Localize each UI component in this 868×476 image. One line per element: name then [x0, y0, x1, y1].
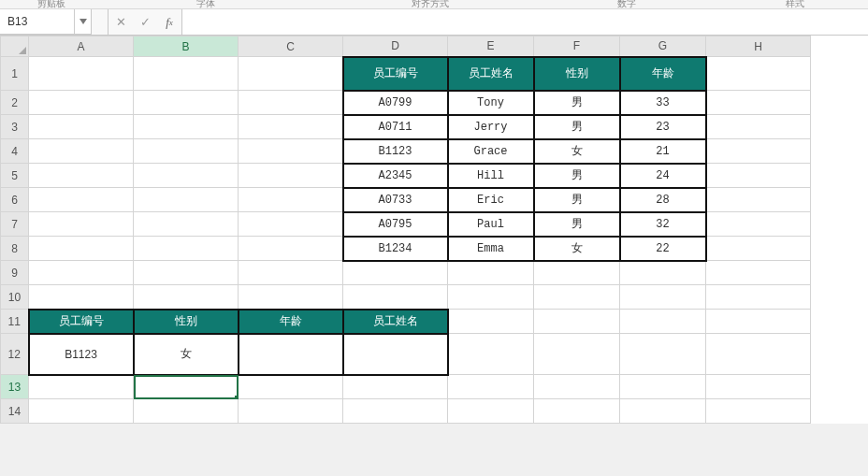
cell-H11[interactable] [706, 310, 811, 334]
cell-C1[interactable] [239, 57, 343, 91]
row-header-8[interactable]: 8 [1, 237, 29, 261]
cell-H12[interactable] [706, 334, 811, 375]
cell-E9[interactable] [448, 261, 534, 285]
cell-G6[interactable]: 28 [620, 188, 706, 212]
cell-D3[interactable]: A0711 [343, 115, 448, 139]
cell-A9[interactable] [29, 261, 134, 285]
cell-G5[interactable]: 24 [620, 164, 706, 188]
cell-B10[interactable] [134, 285, 239, 310]
name-box[interactable]: B13 [0, 9, 75, 35]
cell-G9[interactable] [620, 261, 706, 285]
cell-F11[interactable] [534, 310, 620, 334]
cell-F6[interactable]: 男 [534, 188, 620, 212]
cell-A3[interactable] [29, 115, 134, 139]
cell-E1[interactable]: 员工姓名 [448, 57, 534, 91]
cell-H6[interactable] [706, 188, 811, 212]
cell-H8[interactable] [706, 237, 811, 261]
cell-C12[interactable] [239, 334, 343, 375]
cell-E12[interactable] [448, 334, 534, 375]
cell-B6[interactable] [134, 188, 239, 212]
cell-F8[interactable]: 女 [534, 237, 620, 261]
cell-A12[interactable]: B1123 [29, 334, 134, 375]
cell-F14[interactable] [534, 399, 620, 424]
cell-A4[interactable] [29, 139, 134, 164]
cell-A7[interactable] [29, 212, 134, 237]
cell-D2[interactable]: A0799 [343, 91, 448, 115]
cell-B1[interactable] [134, 57, 239, 91]
row-header-7[interactable]: 7 [1, 212, 29, 237]
cell-G12[interactable] [620, 334, 706, 375]
cell-A2[interactable] [29, 91, 134, 115]
col-header-E[interactable]: E [448, 36, 534, 57]
cell-A11[interactable]: 员工编号 [29, 310, 134, 334]
cell-H9[interactable] [706, 261, 811, 285]
cell-E3[interactable]: Jerry [448, 115, 534, 139]
cell-C5[interactable] [239, 164, 343, 188]
col-header-H[interactable]: H [706, 36, 811, 57]
col-header-G[interactable]: G [620, 36, 706, 57]
cell-B11[interactable]: 性别 [134, 310, 239, 334]
cell-B9[interactable] [134, 261, 239, 285]
cell-E4[interactable]: Grace [448, 139, 534, 164]
cell-G2[interactable]: 33 [620, 91, 706, 115]
accept-formula-button[interactable]: ✓ [133, 9, 157, 35]
cell-D13[interactable] [343, 375, 448, 399]
cell-B14[interactable] [134, 399, 239, 424]
cell-H7[interactable] [706, 212, 811, 237]
cell-G8[interactable]: 22 [620, 237, 706, 261]
cell-C14[interactable] [239, 399, 343, 424]
cell-D11[interactable]: 员工姓名 [343, 310, 448, 334]
cell-G10[interactable] [620, 285, 706, 310]
cell-B4[interactable] [134, 139, 239, 164]
cell-E5[interactable]: Hill [448, 164, 534, 188]
cell-F13[interactable] [534, 375, 620, 399]
cell-A13[interactable] [29, 375, 134, 399]
cancel-formula-button[interactable]: ✕ [108, 9, 133, 35]
cell-E10[interactable] [448, 285, 534, 310]
cell-G7[interactable]: 32 [620, 212, 706, 237]
row-header-5[interactable]: 5 [1, 164, 29, 188]
cell-A6[interactable] [29, 188, 134, 212]
col-header-B[interactable]: B [134, 36, 239, 57]
cell-B8[interactable] [134, 237, 239, 261]
cell-H10[interactable] [706, 285, 811, 310]
cell-H4[interactable] [706, 139, 811, 164]
cell-H5[interactable] [706, 164, 811, 188]
cell-C10[interactable] [239, 285, 343, 310]
cell-A5[interactable] [29, 164, 134, 188]
cell-C9[interactable] [239, 261, 343, 285]
cell-F5[interactable]: 男 [534, 164, 620, 188]
cell-F1[interactable]: 性别 [534, 57, 620, 91]
cell-D4[interactable]: B1123 [343, 139, 448, 164]
cell-C8[interactable] [239, 237, 343, 261]
cell-E13[interactable] [448, 375, 534, 399]
cell-F2[interactable]: 男 [534, 91, 620, 115]
cell-G1[interactable]: 年龄 [620, 57, 706, 91]
cell-E8[interactable]: Emma [448, 237, 534, 261]
cell-A10[interactable] [29, 285, 134, 310]
row-header-6[interactable]: 6 [1, 188, 29, 212]
cell-E2[interactable]: Tony [448, 91, 534, 115]
col-header-A[interactable]: A [29, 36, 134, 57]
row-header-1[interactable]: 1 [1, 57, 29, 91]
cell-D6[interactable]: A0733 [343, 188, 448, 212]
cell-F3[interactable]: 男 [534, 115, 620, 139]
cell-H3[interactable] [706, 115, 811, 139]
cell-C11[interactable]: 年龄 [239, 310, 343, 334]
cell-C2[interactable] [239, 91, 343, 115]
cell-G4[interactable]: 21 [620, 139, 706, 164]
cell-F9[interactable] [534, 261, 620, 285]
row-header-12[interactable]: 12 [1, 334, 29, 375]
cell-C6[interactable] [239, 188, 343, 212]
cell-E6[interactable]: Eric [448, 188, 534, 212]
cell-G13[interactable] [620, 375, 706, 399]
cell-A14[interactable] [29, 399, 134, 424]
cell-B12[interactable]: 女 [134, 334, 239, 375]
cell-C13[interactable] [239, 375, 343, 399]
cell-B3[interactable] [134, 115, 239, 139]
row-header-13[interactable]: 13 [1, 375, 29, 399]
cell-B5[interactable] [134, 164, 239, 188]
cell-H1[interactable] [706, 57, 811, 91]
col-header-D[interactable]: D [343, 36, 448, 57]
cell-E7[interactable]: Paul [448, 212, 534, 237]
